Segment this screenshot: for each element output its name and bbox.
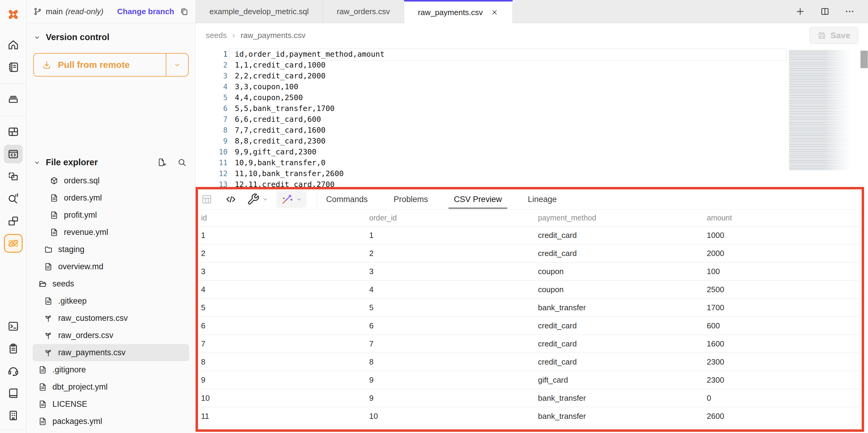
editor-minimap[interactable] <box>789 50 854 170</box>
file-tree-item[interactable]: seeds <box>33 275 189 292</box>
table-cell: 5 <box>201 303 369 312</box>
code-line: 8,8,credit_card,2300 <box>235 136 778 147</box>
table-row: 11credit_card1000 <box>198 227 859 244</box>
panel-tab-csv-preview[interactable]: CSV Preview <box>454 195 502 204</box>
file-tree-item[interactable]: LICENSE <box>33 396 189 413</box>
pull-from-remote-button[interactable]: Pull from remote <box>33 53 189 77</box>
rail-button-archive[interactable] <box>4 90 23 109</box>
rail-button-book[interactable] <box>4 384 23 403</box>
change-branch-link[interactable]: Change branch <box>117 7 174 16</box>
tab-bar-actions <box>782 0 868 23</box>
table-cell: gift_card <box>538 375 707 385</box>
panel-tab-commands[interactable]: Commands <box>326 195 368 204</box>
cube-icon <box>50 176 59 185</box>
file-tree-item[interactable]: packages.yml <box>33 413 189 430</box>
tab-label: raw_orders.csv <box>337 7 390 16</box>
new-file-icon[interactable] <box>157 157 167 167</box>
file-tree-item[interactable]: dbt_project.yml <box>33 378 189 396</box>
table-cell: 6 <box>201 321 369 330</box>
rail-button-building[interactable] <box>4 406 23 425</box>
rail-button-windows[interactable] <box>4 212 23 230</box>
panel-tab-problems[interactable]: Problems <box>394 195 428 204</box>
tab-label: example_develop_metric.sql <box>210 7 309 16</box>
table-row: 44coupon2500 <box>198 281 859 299</box>
file-tree-item[interactable]: .gitignore <box>33 361 189 378</box>
rail-button-code-window[interactable] <box>4 145 23 164</box>
rail-button-headset[interactable] <box>4 362 23 380</box>
table-row: 22credit_card2000 <box>198 244 859 263</box>
frame-select-icon <box>7 170 20 183</box>
chevron-down-icon <box>296 196 302 203</box>
table-cell: coupon <box>538 267 707 276</box>
copy-branch-button[interactable] <box>180 7 189 16</box>
file-tree-item[interactable]: raw_payments.csv <box>33 344 189 361</box>
file-name: .gitkeep <box>58 296 87 306</box>
table-cell: 6 <box>369 321 538 330</box>
tab-example_develop_metric-sql[interactable]: example_develop_metric.sql <box>195 0 323 23</box>
table-row: 1110bank_transfer2600 <box>198 407 859 426</box>
file-tree-item[interactable]: orders.sql <box>33 172 189 190</box>
breadcrumb-folder[interactable]: seeds <box>206 31 227 40</box>
rail-button-home[interactable] <box>4 36 23 54</box>
tools-dropdown-button[interactable] <box>247 193 269 206</box>
atom-icon <box>7 237 20 250</box>
rail-button-dashboard[interactable] <box>4 122 23 141</box>
file-name: .gitignore <box>53 365 86 375</box>
ai-assist-dropdown-button[interactable] <box>276 191 307 208</box>
file-icon <box>50 210 59 220</box>
editor-scrollbar-thumb[interactable] <box>861 51 868 68</box>
table-view-button[interactable] <box>200 193 213 206</box>
rail-divider <box>0 115 27 116</box>
code-editor[interactable]: 12345678910111213 id,order_id,payment_me… <box>195 48 868 187</box>
code-view-button[interactable] <box>224 193 237 206</box>
pull-options-dropdown[interactable] <box>166 54 188 76</box>
file-icon <box>38 417 47 426</box>
file-tree: orders.sqlorders.ymlprofit.ymlrevenue.ym… <box>27 172 195 430</box>
tab-raw_orders-csv[interactable]: raw_orders.csv <box>323 0 404 23</box>
file-tree-item[interactable]: raw_customers.csv <box>33 310 189 327</box>
search-icon[interactable] <box>177 157 187 167</box>
column-header: order_id <box>369 213 538 222</box>
table-cell: 3 <box>201 267 369 276</box>
line-number: 1 <box>195 49 227 60</box>
file-icon <box>38 400 47 409</box>
new-tab-icon[interactable] <box>795 6 805 17</box>
column-header: payment_method <box>538 213 707 222</box>
rail-button-notebook[interactable] <box>4 58 23 77</box>
file-name: orders.sql <box>64 176 100 185</box>
file-name: orders.yml <box>64 193 102 203</box>
file-tree-item[interactable]: raw_orders.csv <box>33 327 189 344</box>
file-tree-item[interactable]: profit.yml <box>33 206 189 224</box>
code-line: 9,9,gift_card,2300 <box>235 147 778 157</box>
split-view-icon[interactable] <box>820 6 830 17</box>
code-lines: id,order_id,payment_method,amount1,1,cre… <box>235 49 778 187</box>
save-button[interactable]: Save <box>809 27 858 44</box>
file-name: dbt_project.yml <box>53 382 107 392</box>
file-tree-item[interactable]: revenue.yml <box>33 224 189 241</box>
file-explorer-header[interactable]: File explorer <box>27 157 195 167</box>
file-tree-item[interactable]: orders.yml <box>33 190 189 206</box>
code-line: 5,5,bank_transfer,1700 <box>235 103 778 114</box>
file-tree-item[interactable]: .gitkeep <box>33 292 189 310</box>
file-tree-item[interactable]: staging <box>33 241 189 258</box>
folder-open-icon <box>38 279 47 289</box>
close-icon[interactable] <box>491 8 498 16</box>
line-number: 12 <box>195 168 227 179</box>
line-number: 8 <box>195 125 227 136</box>
more-options-icon[interactable] <box>844 6 855 17</box>
bottom-panel: CommandsProblemsCSV PreviewLineage idord… <box>198 190 859 429</box>
table-cell: coupon <box>538 285 707 294</box>
table-cell: 2600 <box>707 412 859 421</box>
rail-button-terminal[interactable] <box>4 317 23 336</box>
file-tree-item[interactable]: overview.md <box>33 258 189 275</box>
seed-icon <box>44 331 53 340</box>
tab-raw_payments-csv[interactable]: raw_payments.csv <box>404 0 513 23</box>
rail-button-search-insights[interactable] <box>4 190 23 208</box>
rail-button-frame-select[interactable] <box>4 167 23 186</box>
rail-button-clipboard[interactable] <box>4 339 23 358</box>
sidebar: main (read-only) Change branch Version c… <box>27 0 195 433</box>
version-control-header[interactable]: Version control <box>33 32 189 42</box>
rail-button-atom[interactable] <box>4 234 23 253</box>
panel-tab-lineage[interactable]: Lineage <box>528 195 557 204</box>
file-icon <box>50 228 59 237</box>
